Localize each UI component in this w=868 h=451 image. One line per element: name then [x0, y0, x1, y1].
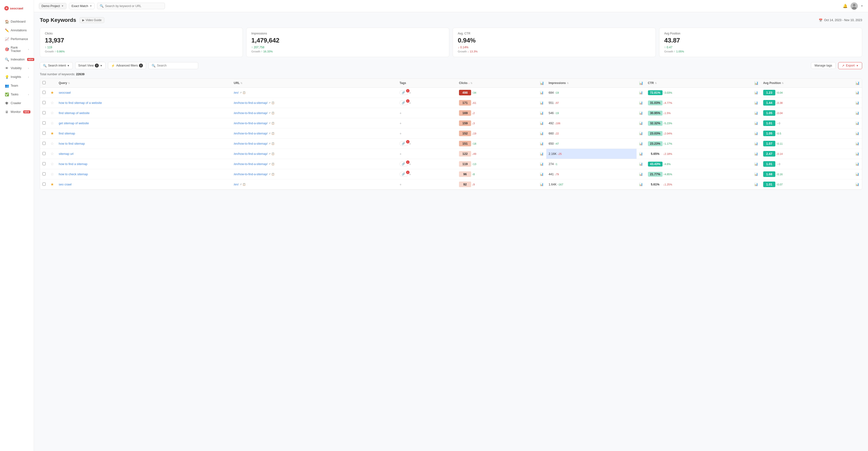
avg-position-chart-cell[interactable]: 📊: [853, 169, 862, 179]
query-link[interactable]: how to find sitemap of a website: [59, 101, 102, 104]
clicks-header[interactable]: Clicks ↓ ⇅: [457, 79, 537, 88]
row-checkbox-cell[interactable]: [40, 118, 48, 128]
match-type-selector[interactable]: Exact Match ▼: [69, 3, 95, 9]
smart-view-filter[interactable]: Smart View 0 ▼: [75, 62, 106, 69]
clicks-chart-cell[interactable]: 📊: [537, 98, 546, 108]
sidebar-item-tasks[interactable]: ✅ Tasks ›: [1, 90, 32, 98]
row-checkbox-cell[interactable]: [40, 169, 48, 179]
ctr-header[interactable]: CTR ⇅: [646, 79, 752, 88]
ctr-chart-cell[interactable]: 📊: [752, 169, 761, 179]
row-checkbox[interactable]: [42, 111, 45, 114]
tag-badge[interactable]: 🔗1: [400, 90, 408, 95]
clicks-chart-cell[interactable]: 📊: [537, 179, 546, 189]
query-link[interactable]: find sitemap: [59, 132, 75, 135]
ctr-chart-cell[interactable]: 📊: [752, 118, 761, 128]
star-cell[interactable]: ★: [48, 88, 56, 98]
avg-position-chart-cell[interactable]: 📊: [853, 118, 862, 128]
tag-add-button[interactable]: +: [400, 111, 402, 115]
url-link[interactable]: /en/how-to-find-a-sitemap/: [234, 132, 268, 135]
clicks-chart-cell[interactable]: 📊: [537, 149, 546, 159]
clicks-chart-cell[interactable]: 📊: [537, 128, 546, 139]
sidebar-item-monitor[interactable]: 🖥 Monitor NEW: [1, 108, 32, 116]
ctr-chart-cell[interactable]: 📊: [752, 179, 761, 189]
external-link-icon[interactable]: ↗: [240, 183, 242, 186]
tag-add-button[interactable]: +: [400, 121, 402, 125]
row-checkbox-cell[interactable]: [40, 159, 48, 169]
tag-add-button[interactable]: +: [400, 131, 402, 136]
avg-position-chart-header[interactable]: 📊: [853, 79, 862, 88]
keyword-search-input[interactable]: [105, 4, 162, 8]
avg-position-chart-cell[interactable]: 📊: [853, 128, 862, 139]
query-link[interactable]: how to find sitemap: [59, 142, 85, 145]
project-selector[interactable]: Demo Project ▼: [39, 3, 66, 9]
url-header[interactable]: URL ⇅: [231, 79, 397, 88]
select-all-checkbox[interactable]: [42, 81, 45, 84]
star-cell[interactable]: ★: [48, 128, 56, 139]
external-link-icon[interactable]: ↗: [240, 91, 242, 94]
row-checkbox[interactable]: [42, 121, 45, 124]
tag-badge[interactable]: 🔗1: [400, 162, 408, 166]
keyword-search-bar[interactable]: 🔍: [97, 3, 165, 9]
video-guide-button[interactable]: ▶ Video Guide: [80, 17, 104, 23]
star-cell[interactable]: ☆: [48, 149, 56, 159]
row-checkbox-cell[interactable]: [40, 139, 48, 149]
export-button[interactable]: ↗ Export ▼: [838, 62, 862, 69]
star-cell[interactable]: ☆: [48, 118, 56, 128]
external-link-icon[interactable]: ↗: [269, 142, 271, 145]
impressions-chart-cell[interactable]: 📊: [637, 149, 646, 159]
tag-badge[interactable]: 🔗1: [400, 172, 408, 177]
url-link[interactable]: /en/how-to-find-a-sitemap/: [234, 101, 268, 104]
copy-icon[interactable]: 📋: [272, 132, 274, 135]
notification-icon[interactable]: 🔔: [843, 4, 848, 8]
impressions-chart-cell[interactable]: 📊: [637, 128, 646, 139]
star-cell[interactable]: ☆: [48, 139, 56, 149]
row-checkbox-cell[interactable]: [40, 98, 48, 108]
impressions-chart-cell[interactable]: 📊: [637, 88, 646, 98]
impressions-chart-cell[interactable]: 📊: [637, 179, 646, 189]
copy-icon[interactable]: 📋: [272, 173, 274, 176]
query-link[interactable]: how to check sitemap: [59, 173, 88, 176]
url-link[interactable]: /en/: [234, 183, 239, 186]
query-link[interactable]: how to find a sitemap: [59, 162, 87, 166]
row-checkbox[interactable]: [42, 162, 45, 165]
avg-position-chart-cell[interactable]: 📊: [853, 108, 862, 118]
url-link[interactable]: /en/: [234, 91, 239, 94]
external-link-icon[interactable]: ↗: [269, 173, 271, 176]
table-search-input[interactable]: [157, 64, 195, 67]
query-link[interactable]: sitemap url: [59, 152, 73, 156]
copy-icon[interactable]: 📋: [272, 112, 274, 114]
avg-position-chart-cell[interactable]: 📊: [853, 98, 862, 108]
select-all-header[interactable]: [40, 79, 48, 88]
row-checkbox[interactable]: [42, 183, 45, 186]
external-link-icon[interactable]: ↗: [269, 152, 271, 155]
impressions-chart-header[interactable]: 📊: [637, 79, 646, 88]
external-link-icon[interactable]: ↗: [269, 122, 271, 124]
tags-header[interactable]: Tags: [397, 79, 457, 88]
star-cell[interactable]: ★: [48, 179, 56, 189]
star-cell[interactable]: ☆: [48, 98, 56, 108]
row-checkbox[interactable]: [42, 131, 45, 135]
ctr-chart-cell[interactable]: 📊: [752, 159, 761, 169]
row-checkbox-cell[interactable]: [40, 179, 48, 189]
row-checkbox-cell[interactable]: [40, 108, 48, 118]
row-checkbox[interactable]: [42, 91, 45, 94]
copy-icon[interactable]: 📋: [272, 142, 274, 145]
query-link[interactable]: seocrawl: [59, 91, 71, 94]
advanced-filters-button[interactable]: ⚡ Advanced filters 0: [108, 62, 146, 69]
ctr-chart-cell[interactable]: 📊: [752, 139, 761, 149]
clicks-chart-cell[interactable]: 📊: [537, 108, 546, 118]
external-link-icon[interactable]: ↗: [269, 162, 271, 165]
row-checkbox[interactable]: [42, 142, 45, 145]
url-link[interactable]: /en/how-to-find-a-sitemap/: [234, 112, 268, 115]
ctr-chart-cell[interactable]: 📊: [752, 149, 761, 159]
copy-icon[interactable]: 📋: [272, 152, 274, 155]
sidebar-item-team[interactable]: 👥 Team: [1, 82, 32, 90]
avg-position-chart-cell[interactable]: 📊: [853, 159, 862, 169]
avg-position-chart-cell[interactable]: 📊: [853, 88, 862, 98]
impressions-chart-cell[interactable]: 📊: [637, 139, 646, 149]
sidebar-item-indexation[interactable]: 🔍 Indexation NEW: [1, 55, 32, 64]
ctr-chart-cell[interactable]: 📊: [752, 128, 761, 139]
ctr-chart-cell[interactable]: 📊: [752, 108, 761, 118]
ctr-chart-header[interactable]: 📊: [752, 79, 761, 88]
clicks-chart-cell[interactable]: 📊: [537, 169, 546, 179]
